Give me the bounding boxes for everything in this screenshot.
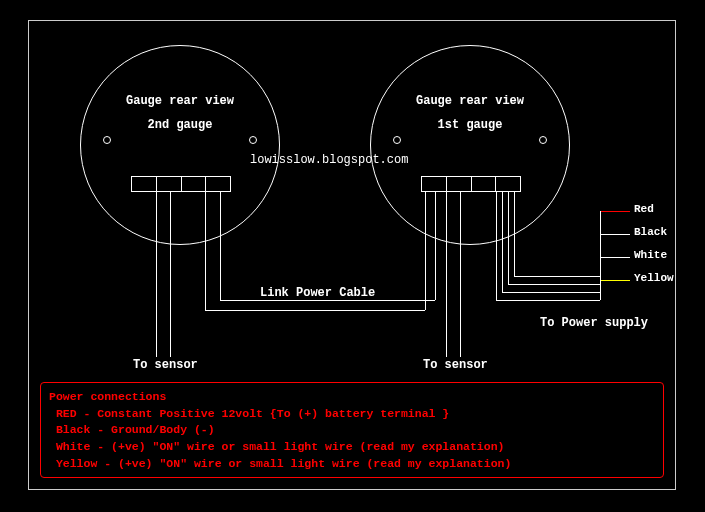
wire-yellow-icon xyxy=(600,280,630,281)
label-to-sensor-left: To sensor xyxy=(133,358,198,372)
terminal-block-2nd xyxy=(131,176,231,192)
wire-link xyxy=(435,192,436,300)
wire-white-icon xyxy=(600,257,630,258)
wire-power xyxy=(514,192,515,276)
wire-power xyxy=(502,192,503,292)
wire-power xyxy=(502,292,600,293)
mount-hole-icon xyxy=(539,136,547,144)
wire-black-icon xyxy=(600,234,630,235)
legend-red: RED - Constant Positive 12volt {To (+) b… xyxy=(49,406,655,423)
wire-power xyxy=(496,192,497,300)
label-to-sensor-right: To sensor xyxy=(423,358,488,372)
gauge-2nd-title: Gauge rear view xyxy=(81,94,279,108)
label-wire-yellow: Yellow xyxy=(634,272,674,284)
terminal-cell xyxy=(182,177,207,191)
terminal-cell xyxy=(422,177,447,191)
wire-power xyxy=(508,192,509,284)
mount-hole-icon xyxy=(249,136,257,144)
gauge-1st-subtitle: 1st gauge xyxy=(371,118,569,132)
gauge-2nd: Gauge rear view 2nd gauge xyxy=(80,45,280,245)
wire-power xyxy=(514,276,600,277)
legend-black: Black - Ground/Body (-) xyxy=(49,422,655,439)
wire-link xyxy=(425,192,426,310)
wire-power xyxy=(508,284,600,285)
wire-link xyxy=(220,192,221,300)
terminal-cell xyxy=(206,177,230,191)
legend-box: Power connections RED - Constant Positiv… xyxy=(40,382,664,478)
legend-yellow: Yellow - (+ve) "ON" wire or small light … xyxy=(49,456,655,473)
terminal-cell xyxy=(132,177,157,191)
label-to-power-supply: To Power supply xyxy=(540,316,648,330)
wire-power xyxy=(496,300,600,301)
watermark-text: lowisslow.blogspot.com xyxy=(250,153,408,167)
gauge-1st: Gauge rear view 1st gauge xyxy=(370,45,570,245)
mount-hole-icon xyxy=(103,136,111,144)
terminal-block-1st xyxy=(421,176,521,192)
wire-sensor-right xyxy=(460,192,461,357)
terminal-cell xyxy=(447,177,472,191)
wire-sensor-right xyxy=(446,192,447,357)
wire-link xyxy=(205,310,425,311)
label-wire-red: Red xyxy=(634,203,654,215)
legend-white: White - (+ve) "ON" wire or small light w… xyxy=(49,439,655,456)
terminal-cell xyxy=(157,177,182,191)
label-wire-white: White xyxy=(634,249,667,261)
wire-sensor-left xyxy=(170,192,171,357)
wire-red-icon xyxy=(600,211,630,212)
mount-hole-icon xyxy=(393,136,401,144)
legend-heading: Power connections xyxy=(49,389,655,406)
wire-link xyxy=(220,300,435,301)
gauge-2nd-subtitle: 2nd gauge xyxy=(81,118,279,132)
label-link-cable: Link Power Cable xyxy=(260,286,375,300)
wire-power xyxy=(600,211,601,300)
terminal-cell xyxy=(496,177,520,191)
wire-sensor-left xyxy=(156,192,157,357)
wire-link xyxy=(205,192,206,310)
gauge-1st-title: Gauge rear view xyxy=(371,94,569,108)
terminal-cell xyxy=(472,177,497,191)
label-wire-black: Black xyxy=(634,226,667,238)
